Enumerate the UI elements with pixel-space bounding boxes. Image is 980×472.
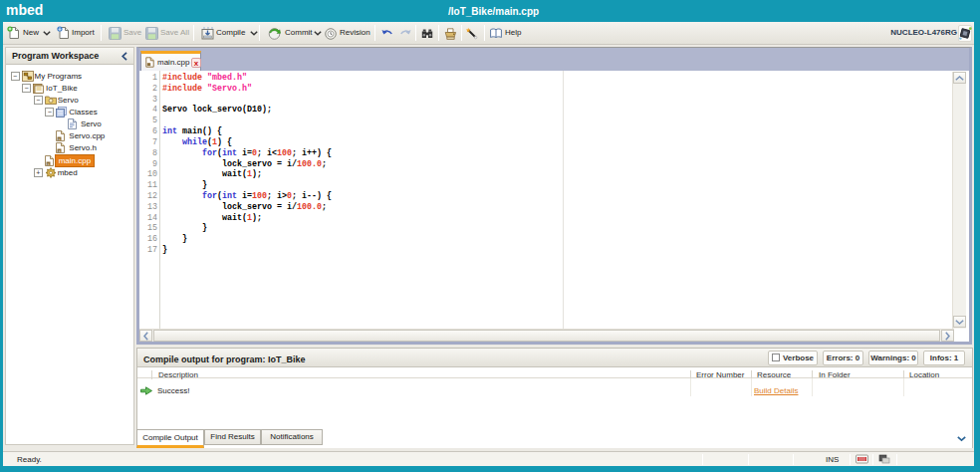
svg-text:c: c <box>47 161 49 165</box>
svg-text:c: c <box>59 137 61 141</box>
